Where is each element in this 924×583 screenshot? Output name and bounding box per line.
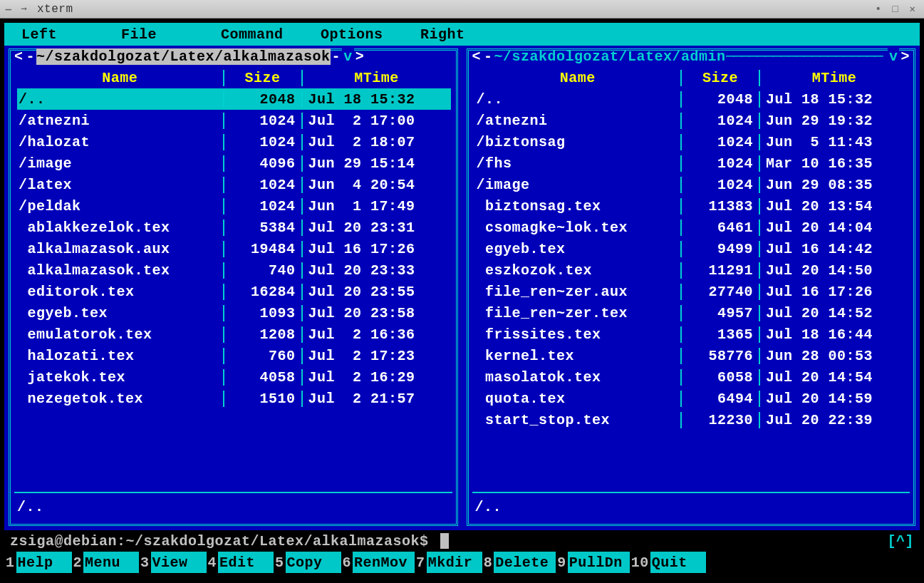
fnkey-help[interactable]: 1Help <box>4 552 72 573</box>
file-row[interactable]: alkalmazasok.aux19484Jul 16 17:26 <box>17 238 451 259</box>
file-row[interactable]: /latex1024Jun 4 20:54 <box>17 174 451 195</box>
col-size[interactable]: Size <box>223 70 301 86</box>
col-mtime[interactable]: MTime <box>301 70 451 86</box>
file-name: /.. <box>17 91 223 108</box>
file-mtime: Jul 2 16:36 <box>301 326 451 343</box>
file-row[interactable]: jatekok.tex4058Jul 2 16:29 <box>17 366 451 388</box>
file-mtime: Mar 10 16:35 <box>759 155 908 172</box>
col-mtime[interactable]: MTime <box>759 70 908 86</box>
file-row[interactable]: biztonsag.tex11383Jul 20 13:54 <box>475 195 909 217</box>
file-row[interactable]: /image1024Jun 29 08:35 <box>475 174 909 195</box>
fnkey-delete[interactable]: 8Delete <box>482 552 556 573</box>
file-row[interactable]: file_ren~zer.tex4957Jul 20 14:52 <box>475 302 909 324</box>
file-row[interactable]: /halozat1024Jul 2 18:07 <box>17 131 451 153</box>
file-name: biztonsag.tex <box>475 198 681 215</box>
left-arrow-icon[interactable]: < <box>471 48 483 65</box>
file-row[interactable]: /atnezni1024Jul 2 17:00 <box>17 110 451 131</box>
file-row[interactable]: /biztonsag1024Jun 5 11:43 <box>475 131 909 153</box>
fnkey-label: Help <box>16 552 72 573</box>
right-arrow-icon[interactable]: > <box>899 48 911 65</box>
fnkey-pulldn[interactable]: 9PullDn <box>556 552 630 573</box>
file-row[interactable]: emulatorok.tex1208Jul 2 16:36 <box>17 324 451 345</box>
right-panel-footer: /.. <box>472 492 910 523</box>
menu-command[interactable]: Command <box>214 26 313 43</box>
minimize-icon[interactable]: — <box>3 4 14 14</box>
file-name: jatekok.tex <box>17 369 223 386</box>
file-row[interactable]: egyeb.tex9499Jul 16 14:42 <box>475 238 909 259</box>
fnkey-copy[interactable]: 5Copy <box>274 552 341 573</box>
file-row[interactable]: /..2048Jul 18 15:32 <box>17 88 451 110</box>
maximize-icon[interactable]: □ <box>890 4 901 14</box>
right-panel-path[interactable]: ~/szakdolgozat/Latex/admin <box>494 48 726 65</box>
file-row[interactable]: /image4096Jun 29 15:14 <box>17 153 451 174</box>
function-keys: 1Help2Menu3View4Edit5Copy6RenMov7Mkdir8D… <box>4 552 920 573</box>
fnkey-renmov[interactable]: 6RenMov <box>341 552 415 573</box>
fnkey-number: 7 <box>415 554 427 571</box>
col-name[interactable]: Name <box>475 70 681 86</box>
menu-left[interactable]: Left <box>14 26 114 43</box>
file-name: csomagke~lok.tex <box>475 220 681 236</box>
file-name: nezegetok.tex <box>17 391 223 407</box>
file-mtime: Jul 20 14:50 <box>759 262 908 279</box>
file-name: quota.tex <box>475 391 681 407</box>
file-row[interactable]: masolatok.tex6058Jul 20 14:54 <box>475 366 909 388</box>
file-row[interactable]: eszkozok.tex11291Jul 20 14:50 <box>475 259 909 281</box>
file-row[interactable]: nezegetok.tex1510Jul 2 21:57 <box>17 388 451 409</box>
dash-icon: - <box>331 48 343 65</box>
file-mtime: Jun 29 19:32 <box>759 113 908 129</box>
dropdown-v-icon[interactable]: v <box>888 48 900 65</box>
file-size: 1510 <box>223 391 301 407</box>
file-name: /latex <box>17 177 223 193</box>
col-name[interactable]: Name <box>17 70 223 86</box>
fnkey-menu[interactable]: 2Menu <box>72 552 140 573</box>
menu-right[interactable]: Right <box>413 26 513 43</box>
file-mtime: Jun 4 20:54 <box>301 177 451 193</box>
left-arrow-icon[interactable]: < <box>13 48 25 65</box>
fnkey-label: View <box>151 552 207 573</box>
file-row[interactable]: /fhs1024Mar 10 16:35 <box>475 153 909 174</box>
file-row[interactable]: editorok.tex16284Jul 20 23:55 <box>17 281 451 302</box>
file-row[interactable]: frissites.tex1365Jul 18 16:44 <box>475 324 909 345</box>
terminal-app: Left File Command Options Right < - ~/sz… <box>0 19 924 583</box>
menu-file[interactable]: File <box>114 26 214 43</box>
fnkey-number: 2 <box>72 554 84 571</box>
menu-options[interactable]: Options <box>313 26 413 43</box>
file-row[interactable]: /peldak1024Jun 1 17:49 <box>17 195 451 217</box>
file-name: /biztonsag <box>475 134 681 150</box>
file-row[interactable]: halozati.tex760Jul 2 17:23 <box>17 345 451 366</box>
file-row[interactable]: egyeb.tex1093Jul 20 23:58 <box>17 302 451 324</box>
file-name: /peldak <box>17 198 223 215</box>
file-mtime: Jul 2 17:23 <box>301 348 451 364</box>
close-icon[interactable]: ✕ <box>907 4 918 14</box>
right-panel[interactable]: < - ~/szakdolgozat/Latex/admin ─────────… <box>462 46 920 530</box>
file-row[interactable]: csomagke~lok.tex6461Jul 20 14:04 <box>475 217 909 238</box>
pin-icon[interactable]: ➞ <box>19 4 30 14</box>
file-row[interactable]: /..2048Jul 18 15:32 <box>475 88 909 110</box>
fnkey-label: Mkdir <box>427 552 482 573</box>
file-name: ablakkezelok.tex <box>17 220 223 236</box>
file-row[interactable]: start_stop.tex12230Jul 20 22:39 <box>475 409 909 430</box>
left-panel[interactable]: < - ~/szakdolgozat/Latex/alkalmazasok - … <box>4 46 462 530</box>
file-row[interactable]: quota.tex6494Jul 20 14:59 <box>475 388 909 409</box>
file-mtime: Jun 28 00:53 <box>759 348 908 364</box>
file-row[interactable]: file_ren~zer.aux27740Jul 16 17:26 <box>475 281 909 302</box>
col-size[interactable]: Size <box>680 70 759 86</box>
fnkey-label: Menu <box>83 552 139 573</box>
dropdown-v-icon[interactable]: v <box>342 48 354 65</box>
fnkey-view[interactable]: 3View <box>139 552 207 573</box>
file-mtime: Jul 2 16:29 <box>301 369 451 386</box>
file-size: 1024 <box>223 113 301 129</box>
fnkey-quit[interactable]: 10Quit <box>630 552 706 573</box>
file-row[interactable]: ablakkezelok.tex5384Jul 20 23:31 <box>17 217 451 238</box>
file-row[interactable]: /atnezni1024Jun 29 19:32 <box>475 110 909 131</box>
file-name: kernel.tex <box>475 348 681 364</box>
file-row[interactable]: kernel.tex58776Jun 28 00:53 <box>475 345 909 366</box>
fnkey-mkdir[interactable]: 7Mkdir <box>415 552 482 573</box>
left-panel-path[interactable]: ~/szakdolgozat/Latex/alkalmazasok <box>36 48 331 65</box>
fnkey-edit[interactable]: 4Edit <box>207 552 274 573</box>
file-row[interactable]: alkalmazasok.tex740Jul 20 23:33 <box>17 259 451 281</box>
dot-icon[interactable]: • <box>873 4 884 14</box>
right-arrow-icon[interactable]: > <box>354 48 366 65</box>
shell-prompt[interactable]: zsiga@debian:~/szakdolgozat/Latex/alkalm… <box>4 530 920 552</box>
file-size: 2048 <box>680 91 759 108</box>
